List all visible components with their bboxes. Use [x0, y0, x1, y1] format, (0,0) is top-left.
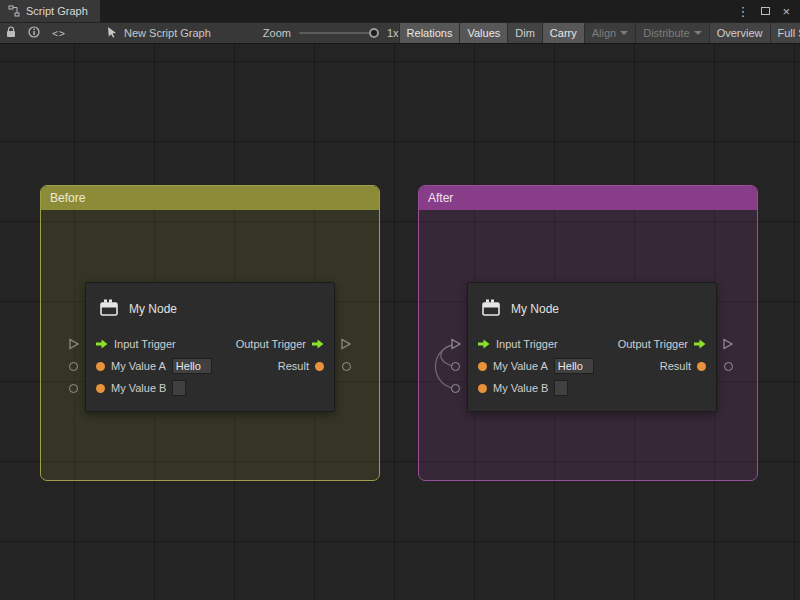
node-title: My Node	[129, 302, 177, 316]
output-trigger-label: Output Trigger	[618, 338, 688, 350]
value-a-port-icon[interactable]	[478, 362, 487, 371]
output-trigger-label: Output Trigger	[236, 338, 306, 350]
node-icon	[480, 297, 502, 322]
lock-button[interactable]	[0, 23, 22, 43]
chevron-down-icon	[620, 31, 628, 35]
input-trigger-label: Input Trigger	[496, 338, 558, 350]
info-icon	[28, 26, 40, 40]
maximize-icon[interactable]	[761, 7, 770, 15]
value-a-label: My Value A	[111, 360, 166, 372]
relations-button[interactable]: Relations	[399, 23, 460, 43]
script-graph-window: Script Graph ⋮ ×	[0, 0, 800, 600]
input-trigger-port-icon[interactable]	[96, 339, 108, 349]
result-port-icon[interactable]	[697, 362, 706, 371]
zoom-slider[interactable]	[299, 32, 379, 34]
tab-bar: Script Graph ⋮ ×	[0, 0, 800, 22]
value-b-label: My Value B	[493, 382, 548, 394]
node-row-value-b: My Value B	[86, 377, 334, 399]
node-my-node-before[interactable]: My Node Input Trigger Output Trigger My …	[85, 282, 335, 412]
node-header[interactable]: My Node	[98, 295, 322, 323]
graph-name-breadcrumb[interactable]: New Script Graph	[106, 26, 211, 40]
distribute-dropdown[interactable]: Distribute	[635, 23, 708, 43]
align-dropdown[interactable]: Align	[584, 23, 635, 43]
outer-input-trigger-port[interactable]	[68, 338, 80, 352]
window-controls: ⋮ ×	[736, 0, 800, 22]
node-icon	[98, 297, 120, 322]
tab-script-graph[interactable]: Script Graph	[0, 0, 100, 22]
value-b-label: My Value B	[111, 382, 166, 394]
outer-value-b-port[interactable]	[69, 384, 78, 393]
value-a-field[interactable]	[554, 358, 594, 374]
tab-title: Script Graph	[26, 5, 88, 17]
graph-asset-icon	[106, 26, 118, 40]
group-before-label: Before	[50, 191, 85, 205]
group-before-header[interactable]: Before	[41, 186, 379, 210]
input-trigger-label: Input Trigger	[114, 338, 176, 350]
outer-result-port[interactable]	[724, 362, 733, 371]
value-a-label: My Value A	[493, 360, 548, 372]
values-button[interactable]: Values	[459, 23, 507, 43]
output-trigger-port-icon[interactable]	[312, 339, 324, 349]
value-a-port-icon[interactable]	[96, 362, 105, 371]
node-row-value-a: My Value A Result	[468, 355, 716, 377]
inspect-button[interactable]	[22, 23, 46, 43]
close-icon[interactable]: ×	[782, 5, 790, 18]
code-icon: <>	[52, 28, 66, 39]
node-header[interactable]: My Node	[480, 295, 704, 323]
dim-button[interactable]: Dim	[507, 23, 542, 43]
outer-input-trigger-port[interactable]	[450, 338, 462, 352]
overview-button[interactable]: Overview	[709, 23, 770, 43]
value-b-port-icon[interactable]	[478, 384, 487, 393]
node-row-value-b: My Value B	[468, 377, 716, 399]
kebab-menu-icon[interactable]: ⋮	[736, 5, 749, 18]
value-a-field[interactable]	[172, 358, 212, 374]
carry-button[interactable]: Carry	[542, 23, 584, 43]
output-trigger-port-icon[interactable]	[694, 339, 706, 349]
outer-output-trigger-port[interactable]	[722, 338, 734, 352]
value-b-port-icon[interactable]	[96, 384, 105, 393]
zoom-control: Zoom 1x	[263, 27, 399, 39]
graph-canvas[interactable]: Before After	[0, 44, 800, 600]
node-my-node-after[interactable]: My Node Input Trigger Output Trigger My …	[467, 282, 717, 412]
chevron-down-icon	[694, 31, 702, 35]
group-after-label: After	[428, 191, 453, 205]
graph-toolbar: <> New Script Graph Zoom 1x Relations Va…	[0, 22, 800, 44]
outer-value-a-port[interactable]	[451, 362, 460, 371]
zoom-slider-handle[interactable]	[369, 28, 379, 38]
lock-icon	[6, 26, 16, 40]
value-b-field[interactable]	[554, 380, 568, 396]
input-trigger-port-icon[interactable]	[478, 339, 490, 349]
node-row-trigger: Input Trigger Output Trigger	[468, 333, 716, 355]
result-label: Result	[660, 360, 691, 372]
result-port-icon[interactable]	[315, 362, 324, 371]
graph-name-label: New Script Graph	[124, 27, 211, 39]
code-view-button[interactable]: <>	[46, 23, 72, 43]
toolbar-buttons: Relations Values Dim Carry Align Distrib…	[399, 23, 800, 43]
node-row-value-a: My Value A Result	[86, 355, 334, 377]
outer-output-trigger-port[interactable]	[340, 338, 352, 352]
node-row-trigger: Input Trigger Output Trigger	[86, 333, 334, 355]
group-after-header[interactable]: After	[419, 186, 757, 210]
result-label: Result	[278, 360, 309, 372]
zoom-label: Zoom	[263, 27, 291, 39]
zoom-value: 1x	[387, 27, 399, 39]
fullscreen-button[interactable]: Full Scr	[770, 23, 800, 43]
script-graph-icon	[8, 5, 20, 17]
outer-result-port[interactable]	[342, 362, 351, 371]
outer-value-a-port[interactable]	[69, 362, 78, 371]
outer-value-b-port[interactable]	[451, 384, 460, 393]
value-b-field[interactable]	[172, 380, 186, 396]
node-title: My Node	[511, 302, 559, 316]
